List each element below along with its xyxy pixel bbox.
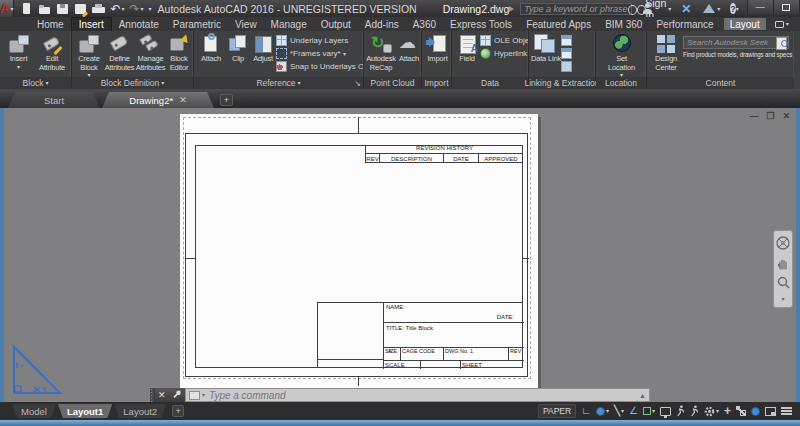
tab-parametric[interactable]: Parametric [166, 17, 228, 31]
command-close-icon[interactable]: ✕ [158, 390, 166, 400]
tab-annotate[interactable]: Annotate [112, 17, 166, 31]
autoscale-toggle[interactable] [690, 405, 699, 417]
clip-button[interactable]: Clip [226, 33, 250, 64]
viewport-close-icon[interactable]: ✕ [782, 111, 790, 121]
save-icon[interactable] [56, 3, 69, 15]
file-tab-start[interactable]: Start [8, 92, 100, 108]
panel-title-point-cloud[interactable]: Point Cloud [364, 77, 421, 89]
restore-button[interactable] [773, 0, 799, 14]
new-drawing-tab-button[interactable]: + [220, 94, 233, 106]
tab-layout1[interactable]: Layout1 [58, 404, 112, 418]
define-attributes-button[interactable]: Define Attributes [104, 33, 135, 72]
tab-featured-apps[interactable]: Featured Apps [519, 17, 598, 31]
tab-performance[interactable]: Performance [649, 17, 720, 31]
block-editor-button[interactable]: Block Editor [166, 33, 192, 72]
graphics-performance-toggle[interactable] [751, 407, 760, 416]
undo-button[interactable]: ↶▾ [110, 3, 124, 15]
tab-view[interactable]: View [228, 17, 264, 31]
exchange-apps-icon[interactable]: ✕ [681, 3, 691, 15]
insert-block-button[interactable]: Insert▾ [2, 33, 35, 70]
panel-title-content[interactable]: Content [647, 77, 794, 89]
command-recent-icon[interactable] [189, 391, 200, 400]
tab-insert[interactable]: Insert [71, 17, 112, 31]
navigation-wheel-icon[interactable] [776, 236, 790, 250]
tab-output[interactable]: Output [314, 17, 358, 31]
extract-data-button[interactable] [561, 60, 575, 73]
object-snap-tracking-toggle[interactable]: ∠ [629, 406, 638, 416]
tab-manage[interactable]: Manage [264, 17, 314, 31]
command-customize-wrench-icon[interactable] [172, 390, 182, 400]
panel-title-reference[interactable]: Reference▾↘ [194, 77, 363, 89]
command-input[interactable] [205, 390, 639, 401]
annotation-scale-add-button[interactable]: + [724, 405, 731, 417]
import-button[interactable]: Import [424, 33, 451, 64]
viewport-minimize-icon[interactable]: — [749, 111, 758, 121]
panel-title-block-definition[interactable]: Block Definition▾ [72, 77, 193, 89]
file-tab-drawing2[interactable]: Drawing2*✕ [102, 92, 214, 108]
dialog-launcher-icon[interactable]: ↘ [354, 80, 361, 88]
command-history-up-icon[interactable]: ▲ [639, 392, 646, 399]
infocenter-collapse-icon[interactable] [509, 6, 517, 12]
isolate-objects-toggle[interactable] [736, 406, 746, 416]
design-center-button[interactable]: Design Center [649, 33, 683, 72]
tab-express-tools[interactable]: Express Tools [443, 17, 519, 31]
ribbon-display-toggle[interactable]: ▾ [775, 17, 789, 31]
data-link-button[interactable]: Data Link [531, 33, 561, 64]
snap-to-underlays-dropdown[interactable]: Snap to Underlays OFF ▾ [276, 60, 363, 73]
hyperlink-button[interactable]: Hyperlink [480, 47, 528, 60]
paper-space-toggle[interactable]: PAPER [538, 404, 576, 418]
attach-point-cloud-button[interactable]: ☁ Attach [396, 33, 421, 64]
chevron-down-icon[interactable]: ▾ [668, 6, 671, 12]
clean-screen-toggle[interactable] [765, 407, 776, 416]
workspace-switching-button[interactable]: ▾ [704, 406, 719, 417]
zoom-icon[interactable] [777, 276, 790, 289]
panel-title-import[interactable]: Import [422, 77, 451, 89]
frames-dropdown[interactable]: *Frames vary* ▾ [276, 47, 363, 60]
tab-layout2[interactable]: Layout2 [114, 404, 166, 418]
ole-object-button[interactable]: OLE Object [480, 34, 528, 47]
tab-home[interactable]: Home [30, 17, 71, 31]
drawing-canvas[interactable]: — ❐ ✕ REVISION HISTORY REV DESCRIPTION D… [0, 108, 800, 402]
pan-hand-icon[interactable] [777, 257, 789, 270]
annotation-visibility-toggle[interactable] [676, 405, 685, 417]
infocenter-search-input[interactable] [520, 3, 632, 15]
panel-title-location[interactable]: Location [596, 77, 646, 89]
chevron-down-icon[interactable]: ▾ [717, 6, 720, 12]
polar-tracking-toggle[interactable]: ╲▾ [614, 406, 624, 416]
new-layout-button[interactable]: + [172, 405, 184, 417]
plot-icon[interactable] [92, 3, 105, 15]
seek-search-input[interactable] [684, 38, 775, 47]
minimize-button[interactable]: — [747, 0, 773, 14]
navbar-more-icon[interactable]: ▾ [781, 296, 784, 302]
manage-attributes-button[interactable]: Manage Attributes [135, 33, 166, 72]
tab-model[interactable]: Model [12, 404, 56, 418]
edit-attribute-button[interactable]: Edit Attribute [35, 33, 69, 72]
viewport-restore-icon[interactable]: ❐ [766, 111, 774, 121]
tab-add-ins[interactable]: Add-ins [358, 17, 406, 31]
annotation-monitor-toggle[interactable] [660, 407, 671, 416]
open-file-icon[interactable] [38, 3, 51, 15]
download-from-source-button[interactable] [561, 47, 575, 60]
redo-button[interactable]: ↷▾ [129, 3, 143, 15]
tab-layout[interactable]: Layout [724, 18, 766, 30]
autodesk-recap-button[interactable]: ↻ Autodesk ReCap [366, 33, 396, 72]
attach-button[interactable]: Attach [196, 33, 226, 64]
upload-to-source-button[interactable] [561, 34, 575, 47]
chevron-down-icon[interactable]: ▾ [736, 6, 739, 12]
object-snap-toggle[interactable]: ▾ [643, 407, 655, 415]
panel-title-linking[interactable]: Linking & Extraction [529, 77, 595, 89]
tab-a360[interactable]: A360 [406, 17, 443, 31]
seek-search-icon[interactable] [775, 37, 788, 48]
save-as-icon[interactable] [74, 3, 87, 15]
underlay-layers-button[interactable]: Underlay Layers [276, 34, 363, 47]
adjust-button[interactable]: Adjust [250, 33, 276, 64]
customization-button[interactable] [781, 407, 792, 415]
application-menu-button[interactable]: A▾ [0, 0, 14, 17]
tab-bim-360[interactable]: BIM 360 [598, 17, 649, 31]
isometric-drafting-toggle[interactable]: ▾ [596, 407, 609, 416]
panel-title-block[interactable]: Block▾ [0, 77, 71, 89]
panel-title-data[interactable]: Data [452, 77, 528, 89]
close-tab-icon[interactable]: ✕ [179, 95, 187, 105]
qat-customize-icon[interactable]: ▾ [149, 6, 152, 12]
new-file-icon[interactable] [20, 3, 33, 15]
